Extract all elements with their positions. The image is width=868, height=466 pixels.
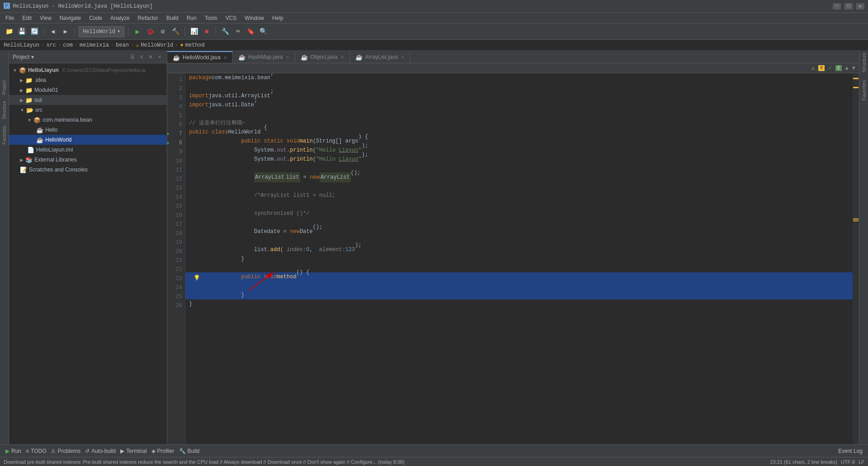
- structure-sidebar: Structure Favorites: [859, 51, 868, 444]
- breadcrumb-com[interactable]: com: [63, 42, 73, 48]
- todo-button[interactable]: ≡ TODO: [24, 447, 48, 455]
- menu-tools[interactable]: Tools: [201, 14, 221, 22]
- toolbar: 📁 💾 🔄 ◀ ▶ HelloWorld ▾ ▶ 🐞 ⚙ 🔨 📊 ■ 🔧 ⌨ 🔖…: [0, 24, 868, 40]
- tree-helloworld[interactable]: ☕ HelloWorld: [9, 135, 167, 145]
- panel-icon-scope[interactable]: ☰: [129, 53, 136, 61]
- stop-button[interactable]: ■: [201, 26, 212, 37]
- search-button[interactable]: 🔍: [258, 26, 269, 37]
- build-icon: 🔧: [179, 448, 186, 454]
- save-button[interactable]: 💾: [16, 26, 27, 37]
- tab-helloworld[interactable]: ☕ HelloWorld.java ✕: [167, 51, 233, 63]
- keymap-button[interactable]: ⌨: [232, 26, 243, 37]
- menu-code[interactable]: Code: [85, 14, 106, 22]
- close-button[interactable]: ✕: [856, 3, 864, 10]
- line-sep-indicator[interactable]: LF: [859, 459, 864, 465]
- menu-refactor[interactable]: Refactor: [134, 14, 162, 22]
- breadcrumb-meimeixia[interactable]: meimeixia: [80, 42, 109, 48]
- menu-build[interactable]: Build: [163, 14, 182, 22]
- coverage-button[interactable]: 📊: [189, 26, 199, 37]
- run-config-button[interactable]: ⚙: [157, 26, 168, 37]
- code-content[interactable]: package com.meimeixia.bean; import java.…: [185, 73, 853, 444]
- menu-help[interactable]: Help: [269, 14, 287, 22]
- tree-iml[interactable]: 📄 HelloLiayun.iml: [9, 145, 167, 155]
- gutter-warning-2[interactable]: [853, 87, 859, 88]
- structure-tab[interactable]: Structure: [861, 52, 867, 73]
- menu-window[interactable]: Window: [241, 14, 268, 22]
- run-bottom-button[interactable]: ▶ Run: [4, 447, 23, 455]
- tree-src[interactable]: ▼ 📂 src: [9, 105, 167, 115]
- tree-module01[interactable]: ▶ 📁 Module01: [9, 85, 167, 95]
- tab-hashmap-close[interactable]: ✕: [286, 55, 289, 60]
- tab-helloworld-close[interactable]: ✕: [223, 55, 227, 60]
- menu-edit[interactable]: Edit: [19, 14, 35, 22]
- open-project-button[interactable]: 📁: [4, 26, 14, 37]
- debug-button[interactable]: 🐞: [145, 26, 156, 37]
- tab-hashmap-label: HashMap.java: [248, 54, 283, 60]
- window-controls[interactable]: ─ □ ✕: [833, 3, 864, 10]
- breadcrumb-helloliayun[interactable]: HelloLiayun: [4, 42, 39, 48]
- favorites-tab[interactable]: Favorites: [1, 123, 8, 147]
- maximize-button[interactable]: □: [844, 3, 853, 10]
- profiler-button[interactable]: ◈ Profiler: [150, 447, 176, 455]
- warning-count[interactable]: 6: [818, 65, 825, 71]
- problems-button[interactable]: ⚠ Problems: [49, 447, 82, 455]
- settings-button[interactable]: 🔧: [220, 26, 231, 37]
- tab-object[interactable]: ☕ Object.java ✕: [295, 51, 350, 63]
- tree-scratches[interactable]: 📝 Scratches and Consoles: [9, 165, 167, 175]
- minimize-button[interactable]: ─: [833, 3, 841, 10]
- panel-icon-collapse[interactable]: ≡: [138, 53, 145, 61]
- breadcrumb-helloworld[interactable]: HelloWorld: [141, 42, 173, 48]
- project-tab[interactable]: Project: [1, 78, 8, 97]
- breadcrumb-bean[interactable]: bean: [116, 42, 129, 48]
- breadcrumb-sep-5: ›: [131, 42, 134, 48]
- nav-down-icon[interactable]: ▼: [852, 65, 855, 71]
- tree-out[interactable]: ▶ 📁 out: [9, 95, 167, 105]
- tab-hashmap[interactable]: ☕ HashMap.java ✕: [233, 51, 295, 63]
- structure-tab-left[interactable]: Structure: [1, 98, 8, 122]
- check-count[interactable]: 2: [835, 65, 842, 71]
- back-button[interactable]: ◀: [47, 26, 58, 37]
- sync-button[interactable]: 🔄: [29, 26, 40, 37]
- bookmark-button[interactable]: 🔖: [245, 26, 256, 37]
- event-log-button[interactable]: Event Log: [836, 447, 864, 455]
- module01-icon: 📁: [25, 87, 33, 94]
- profiler-label: Profiler: [157, 448, 175, 454]
- caret-position[interactable]: 23:21 (61 chars, 2 line breaks): [770, 459, 837, 465]
- project-dropdown[interactable]: HelloWorld ▾: [79, 26, 124, 37]
- menu-file[interactable]: File: [2, 14, 18, 22]
- menu-run[interactable]: Run: [183, 14, 200, 22]
- profiler-icon: ◈: [151, 448, 156, 454]
- build-bottom-button[interactable]: 🔧 Build: [177, 447, 202, 455]
- nav-up-icon[interactable]: ▲: [845, 65, 849, 71]
- gutter-warning-1[interactable]: [853, 78, 859, 79]
- tree-idea[interactable]: ▶ 📁 .idea: [9, 75, 167, 85]
- terminal-button[interactable]: ▶ Terminal: [118, 447, 148, 455]
- ln-11: 11: [167, 166, 182, 175]
- tab-arraylist[interactable]: ☕ ArrayList.java ✕: [350, 51, 410, 63]
- menu-analyze[interactable]: Analyze: [107, 14, 133, 22]
- encoding-indicator[interactable]: UTF-8: [841, 459, 855, 465]
- breadcrumb-src[interactable]: src: [46, 42, 56, 48]
- menu-view[interactable]: View: [36, 14, 55, 22]
- breadcrumb-sep-1: ›: [41, 42, 44, 48]
- code-line-19: [185, 236, 853, 245]
- gutter-range[interactable]: [853, 218, 859, 222]
- forward-button[interactable]: ▶: [60, 26, 71, 37]
- tree-root-helloliayun[interactable]: ▼ 📦 HelloLiayun C:\Users\32120\IdeaProje…: [9, 65, 167, 75]
- menu-vcs[interactable]: VCS: [222, 14, 241, 22]
- tab-object-close[interactable]: ✕: [340, 55, 344, 60]
- tab-arraylist-close[interactable]: ✕: [401, 55, 404, 60]
- tree-external-libs[interactable]: ▶ 📚 External Libraries: [9, 155, 167, 165]
- run-button[interactable]: ▶: [132, 26, 143, 37]
- breadcrumb-method[interactable]: method: [185, 42, 205, 48]
- code-line-18: Date date = new Date();: [185, 227, 853, 236]
- tree-package[interactable]: ▼ 📦 com.meimeixia.bean: [9, 115, 167, 125]
- panel-icon-close[interactable]: ✕: [156, 53, 163, 61]
- favorites-tab-right[interactable]: Favorites: [861, 80, 867, 100]
- auto-build-button[interactable]: ↺ Auto-build: [83, 447, 118, 455]
- build-button[interactable]: 🔨: [170, 26, 181, 37]
- menu-navigate[interactable]: Navigate: [56, 14, 85, 22]
- tree-hello[interactable]: ☕ Hello: [9, 125, 167, 135]
- panel-icon-settings[interactable]: ⚙: [147, 53, 154, 61]
- line-numbers: 1 2 3 4 5 6 ▶7 ▶8 9 10 11 12 13 ⊿14: [167, 73, 185, 444]
